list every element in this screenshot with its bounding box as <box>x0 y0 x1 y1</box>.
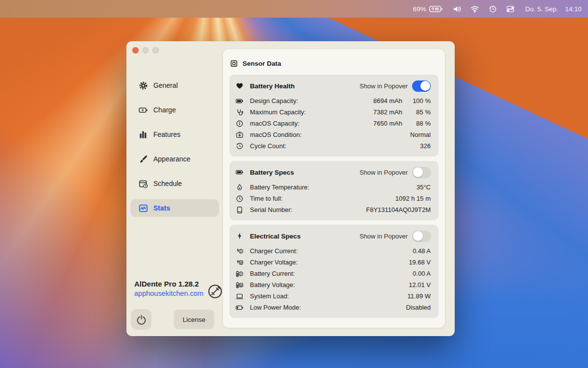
sensor-row: System Load:11.89 W <box>234 290 431 302</box>
section-card-battery-health: Battery HealthShow in PopoverDesign Capa… <box>229 75 439 157</box>
sidebar-item-appearance[interactable]: Appearance <box>130 150 219 168</box>
section-title: Battery Health <box>250 82 295 90</box>
minimize-button[interactable] <box>143 47 149 53</box>
zoom-button[interactable] <box>152 47 159 53</box>
row-value-secondary: 1092 h 15 m <box>395 195 431 202</box>
row-value-secondary: 0.48 A <box>402 247 431 255</box>
sidebar-item-label: Charge <box>153 106 176 114</box>
sensor-row: Charger Voltage:19.68 V <box>234 257 431 268</box>
menubar-date[interactable]: Do. 5. Sep. <box>525 5 559 13</box>
sensor-row: Cycle Count:326 <box>234 140 431 152</box>
show-in-popover-toggle[interactable] <box>412 231 431 242</box>
row-value-secondary: 85 % <box>402 108 431 116</box>
sidebar-item-schedule[interactable]: Schedule <box>130 175 219 192</box>
sidebar-item-features[interactable]: Features <box>130 126 219 143</box>
battery-percent: 69% <box>413 5 426 13</box>
sensor-row: Serial Number:F8Y131104AQ0J9T2M <box>234 204 431 215</box>
row-label: Battery Temperature: <box>250 184 309 191</box>
sidebar-item-label: Schedule <box>153 180 182 187</box>
app-info: AlDente Pro 1.28.2 apphousekitchen.com <box>134 280 222 297</box>
toggle-knob <box>420 81 430 91</box>
section-rows: Design Capacity:8694 mAh100 %Maximum Cap… <box>234 95 431 152</box>
bolt-voltage-icon <box>234 259 245 266</box>
row-value-secondary: 326 <box>402 142 431 150</box>
row-label: macOS Capacity: <box>250 120 299 127</box>
row-value-secondary: 19.68 V <box>402 259 431 266</box>
section-card-electrical-specs: Electrical SpecsShow in PopoverCharger C… <box>229 225 439 318</box>
show-in-popover-toggle[interactable] <box>412 80 431 92</box>
aldente-rocket-icon <box>208 284 222 299</box>
row-value-primary: 7382 mAh <box>373 108 402 116</box>
menubar-time[interactable]: 14:10 <box>565 5 582 13</box>
bolt-current-icon <box>234 247 245 255</box>
battery-full-icon <box>234 168 245 176</box>
toggle-knob <box>413 167 423 177</box>
sidebar-item-charge[interactable]: Charge <box>130 101 219 119</box>
sensor-row: Design Capacity:8694 mAh100 % <box>234 95 431 106</box>
section-header: Electrical SpecsShow in Popover <box>234 230 431 242</box>
stethoscope-icon <box>234 108 245 116</box>
battery-charging-icon <box>429 5 443 13</box>
row-value-secondary: 35°C <box>402 184 431 191</box>
row-value-secondary: Normal <box>402 131 431 138</box>
notebook-icon <box>234 206 245 214</box>
temperature-icon <box>234 184 245 191</box>
battery-full-icon <box>234 97 245 105</box>
sidebar-item-general[interactable]: General <box>130 77 219 94</box>
recent-items-menu[interactable] <box>489 5 497 13</box>
show-in-popover-label: Show in Popover <box>360 169 408 176</box>
paintbrush-icon <box>139 155 148 164</box>
sensor-row: macOS Capacity:7650 mAh88 % <box>234 118 431 129</box>
show-in-popover-toggle[interactable] <box>412 167 431 178</box>
row-label: Charger Voltage: <box>250 259 298 266</box>
row-label: Charger Current: <box>250 247 298 255</box>
row-label: Cycle Count: <box>250 142 286 150</box>
sidebar-item-stats[interactable]: Stats <box>130 199 219 217</box>
license-button[interactable]: License <box>174 310 214 329</box>
row-label: Design Capacity: <box>250 97 298 105</box>
section-title: Electrical Specs <box>250 233 301 240</box>
sensor-icon <box>230 59 238 68</box>
row-label: System Load: <box>250 292 289 300</box>
row-value-primary: 8694 mAh <box>373 97 402 105</box>
row-value-secondary: 0.00 A <box>402 270 431 277</box>
row-value-secondary: 11.89 W <box>402 292 431 300</box>
sensor-row: macOS Condition:Normal <box>234 129 431 140</box>
sidebar-item-label: General <box>153 81 178 89</box>
volume-menu[interactable] <box>453 5 461 13</box>
heart-icon <box>234 82 245 90</box>
gear-icon <box>139 81 148 90</box>
row-label: Battery Current: <box>250 270 295 277</box>
wifi-menu[interactable] <box>470 4 479 13</box>
section-card-battery-specs: Battery SpecsShow in PopoverBattery Temp… <box>229 161 439 220</box>
bar-chart-icon <box>139 130 148 139</box>
battery-voltage-icon <box>234 281 245 289</box>
control-center-icon <box>506 5 514 13</box>
sensor-row: Battery Voltage:12.01 V <box>234 279 431 290</box>
row-label: Battery Voltage: <box>250 281 295 289</box>
panel-header: Sensor Data <box>230 59 281 68</box>
battery-status[interactable]: 69% <box>413 5 443 13</box>
laptop-icon <box>234 292 245 300</box>
control-center-menu[interactable] <box>506 5 514 13</box>
row-value-primary: 7650 mAh <box>373 120 402 127</box>
first-aid-icon <box>234 131 245 139</box>
sensor-data-panel: Sensor Data Battery HealthShow in Popove… <box>223 49 445 328</box>
panel-title: Sensor Data <box>243 60 281 67</box>
battery-current-icon <box>234 270 245 278</box>
menu-bar: 69% Do. 5. Sep. 14:10 <box>0 0 588 18</box>
info-circle-icon <box>234 120 245 128</box>
section-title: Battery Specs <box>250 169 294 176</box>
row-value-secondary: 12.01 V <box>402 281 431 289</box>
sensor-row: Low Power Mode:Disabled <box>234 302 431 313</box>
row-value-secondary: F8Y131104AQ0J9T2M <box>366 206 431 213</box>
cycle-clock-icon <box>234 142 245 150</box>
sidebar-nav: GeneralChargeFeaturesAppearanceScheduleS… <box>130 77 219 217</box>
close-button[interactable] <box>132 47 139 53</box>
show-in-popover-label: Show in Popover <box>360 82 408 90</box>
sensor-row: Maximum Capacity:7382 mAh85 % <box>234 106 431 118</box>
quit-power-button[interactable] <box>131 309 151 330</box>
aldente-window: GeneralChargeFeaturesAppearanceScheduleS… <box>126 41 455 336</box>
clock-icon <box>234 195 245 203</box>
charge-battery-icon <box>139 105 148 115</box>
